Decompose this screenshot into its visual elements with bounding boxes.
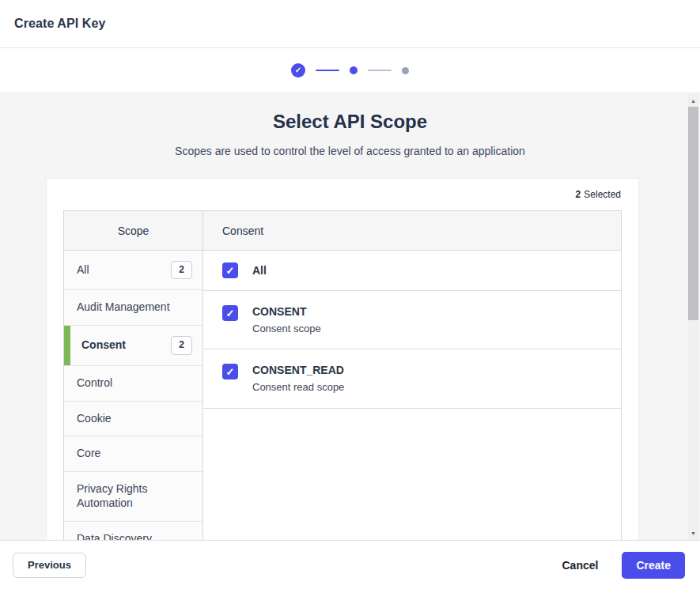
scope-label: Consent: [81, 338, 131, 353]
scope-count-badge: 2: [171, 336, 192, 354]
dialog-header: Create API Key: [0, 0, 700, 48]
selection-summary: 2 Selected: [47, 179, 638, 210]
scope-list-item[interactable]: Cookie: [64, 402, 202, 437]
permission-row[interactable]: ✓ CONSENT_READ Consent read scope: [203, 349, 621, 408]
selected-count: 2: [576, 189, 581, 200]
scope-label: Privacy Rights Automation: [77, 482, 192, 511]
scope-label: All: [77, 263, 94, 278]
create-button[interactable]: Create: [622, 552, 685, 579]
scope-count-badge: 2: [171, 261, 192, 279]
page-title: Select API Scope: [0, 93, 700, 133]
permission-name: All: [252, 264, 267, 278]
dialog-title: Create API Key: [14, 17, 106, 31]
scope-card: 2 Selected Scope All 2 Audit Management …: [46, 178, 639, 540]
scope-list-item[interactable]: All 2: [64, 251, 202, 290]
scrollbar-thumb[interactable]: [688, 107, 698, 320]
checkbox-checked-icon[interactable]: ✓: [222, 262, 238, 278]
previous-button[interactable]: Previous: [13, 553, 86, 578]
scope-label: Cookie: [77, 412, 116, 426]
scope-label: Data Discovery: [77, 532, 157, 540]
dialog-footer: Previous Cancel Create: [0, 540, 700, 589]
cancel-button[interactable]: Cancel: [562, 559, 598, 572]
step-3-upcoming-icon[interactable]: [402, 67, 409, 74]
scroll-content: Select API Scope Scopes are used to cont…: [0, 93, 700, 540]
step-1-completed-icon[interactable]: ✓: [291, 63, 305, 77]
scroll-up-icon[interactable]: ▲: [688, 95, 698, 106]
scope-list-item[interactable]: Privacy Rights Automation: [64, 472, 202, 522]
scope-list: All 2 Audit Management Consent 2 Control…: [64, 251, 202, 540]
permission-text: All: [252, 264, 267, 278]
scroll-down-icon[interactable]: ▼: [688, 527, 698, 538]
scope-list-item[interactable]: Audit Management: [64, 290, 202, 326]
scope-table: Scope All 2 Audit Management Consent 2 C…: [63, 210, 622, 540]
permission-name: CONSENT: [252, 305, 321, 319]
stepper-connector: [316, 70, 339, 71]
scope-label: Core: [77, 447, 105, 461]
permission-description: Consent read scope: [252, 381, 344, 394]
checkbox-checked-icon[interactable]: ✓: [222, 364, 238, 379]
scope-list-item[interactable]: Data Discovery: [64, 522, 202, 540]
scope-list-item[interactable]: Core: [64, 436, 202, 472]
consent-column: Consent ✓ All ✓ CONSENT Consent scope ✓ …: [203, 211, 621, 540]
permission-list: ✓ All ✓ CONSENT Consent scope ✓ CONSENT_…: [203, 251, 621, 409]
permission-text: CONSENT_READ Consent read scope: [252, 364, 344, 393]
footer-actions: Cancel Create: [562, 552, 685, 579]
scope-list-item[interactable]: Control: [64, 366, 202, 402]
checkbox-checked-icon[interactable]: ✓: [222, 305, 238, 321]
vertical-scrollbar[interactable]: ▲ ▼: [688, 93, 698, 540]
scope-label: Audit Management: [77, 300, 175, 315]
permission-row[interactable]: ✓ All: [203, 251, 621, 291]
scope-list-item[interactable]: Consent 2: [64, 326, 202, 365]
permission-row[interactable]: ✓ CONSENT Consent scope: [203, 291, 621, 349]
permission-text: CONSENT Consent scope: [252, 305, 321, 334]
stepper-bar: ✓: [0, 48, 700, 93]
scope-column: Scope All 2 Audit Management Consent 2 C…: [64, 211, 203, 540]
selected-label: Selected: [584, 189, 621, 200]
permission-name: CONSENT_READ: [252, 364, 344, 377]
scope-label: Control: [77, 376, 117, 391]
stepper-connector: [368, 70, 392, 71]
step-2-current-icon[interactable]: [350, 66, 358, 74]
permission-description: Consent scope: [252, 323, 321, 335]
page-subtitle: Scopes are used to control the level of …: [0, 145, 700, 157]
scope-column-header: Scope: [64, 211, 202, 251]
consent-column-header: Consent: [203, 211, 621, 251]
wizard-stepper: ✓: [291, 63, 409, 77]
